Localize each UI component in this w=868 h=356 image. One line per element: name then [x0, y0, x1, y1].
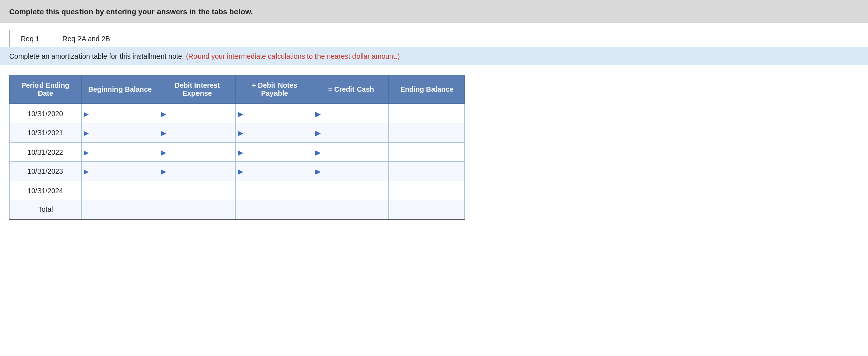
beginning-balance-cell-row5[interactable]	[82, 200, 159, 220]
beginning-balance-input-row5[interactable]	[82, 200, 159, 219]
debit-interest-cell-row2[interactable]: ▶	[159, 143, 236, 162]
credit-cash-cell-row3[interactable]: ▶	[313, 162, 389, 181]
debit-notes-cell-row5[interactable]	[236, 200, 313, 220]
credit-cash-cell-row4[interactable]	[313, 181, 389, 200]
ending-balance-cell-row0[interactable]	[389, 104, 465, 123]
ending-balance-input-row0[interactable]	[389, 104, 464, 123]
credit-cash-input-row4[interactable]	[313, 181, 389, 200]
table-header-row: Period Ending Date Beginning Balance Deb…	[10, 75, 465, 104]
debit-interest-cell-row4[interactable]	[159, 181, 236, 200]
debit-notes-input-row2[interactable]	[236, 143, 313, 161]
beginning-balance-cell-row0[interactable]: ▶	[82, 104, 159, 123]
header-period: Period Ending Date	[10, 75, 82, 104]
tab-req1[interactable]: Req 1	[9, 30, 51, 47]
ending-balance-cell-row1[interactable]	[389, 123, 465, 143]
direction-note: (Round your intermediate calculations to…	[186, 52, 400, 60]
ending-balance-cell-row4[interactable]	[389, 181, 465, 200]
table-row: 10/31/2020▶▶▶▶	[10, 104, 465, 123]
debit-notes-input-row3[interactable]	[236, 162, 313, 181]
ending-balance-input-row3[interactable]	[389, 162, 464, 181]
ending-balance-input-row2[interactable]	[389, 143, 464, 161]
debit-notes-input-row0[interactable]	[236, 104, 313, 123]
debit-notes-cell-row0[interactable]: ▶	[236, 104, 313, 123]
debit-notes-input-row4[interactable]	[236, 181, 313, 200]
debit-interest-cell-row5[interactable]	[159, 200, 236, 220]
table-row: Total	[10, 200, 465, 220]
direction-main: Complete an amortization table for this …	[9, 52, 184, 60]
credit-cash-input-row5[interactable]	[313, 200, 389, 219]
debit-notes-cell-row2[interactable]: ▶	[236, 143, 313, 162]
debit-notes-input-row1[interactable]	[236, 123, 313, 142]
header-debit-notes: + Debit Notes Payable	[236, 75, 313, 104]
debit-interest-input-row4[interactable]	[159, 181, 236, 200]
ending-balance-input-row5[interactable]	[389, 200, 464, 219]
tab-req2a2b[interactable]: Req 2A and 2B	[51, 30, 122, 47]
beginning-balance-cell-row2[interactable]: ▶	[82, 143, 159, 162]
total-label-cell: Total	[10, 200, 82, 220]
credit-cash-cell-row2[interactable]: ▶	[313, 143, 389, 162]
table-row: 10/31/2022▶▶▶▶	[10, 143, 465, 162]
amortization-table: Period Ending Date Beginning Balance Deb…	[9, 75, 465, 220]
debit-interest-cell-row3[interactable]: ▶	[159, 162, 236, 181]
beginning-balance-input-row4[interactable]	[82, 181, 159, 200]
beginning-balance-input-row2[interactable]	[82, 143, 159, 161]
date-cell-4: 10/31/2024	[10, 181, 82, 200]
beginning-balance-cell-row3[interactable]: ▶	[82, 162, 159, 181]
debit-interest-cell-row1[interactable]: ▶	[159, 123, 236, 143]
debit-interest-input-row0[interactable]	[159, 104, 236, 123]
header-ending: Ending Balance	[389, 75, 465, 104]
ending-balance-cell-row5[interactable]	[389, 200, 465, 220]
ending-balance-cell-row3[interactable]	[389, 162, 465, 181]
beginning-balance-cell-row1[interactable]: ▶	[82, 123, 159, 143]
instruction-text: Complete this question by entering your …	[9, 7, 253, 16]
credit-cash-input-row3[interactable]	[313, 162, 389, 181]
beginning-balance-input-row1[interactable]	[82, 123, 159, 142]
debit-notes-input-row5[interactable]	[236, 200, 313, 219]
header-debit-interest: Debit Interest Expense	[159, 75, 236, 104]
beginning-balance-input-row3[interactable]	[82, 162, 159, 181]
credit-cash-cell-row5[interactable]	[313, 200, 389, 220]
credit-cash-input-row2[interactable]	[313, 143, 389, 161]
credit-cash-cell-row0[interactable]: ▶	[313, 104, 389, 123]
header-credit-cash: = Credit Cash	[313, 75, 389, 104]
debit-interest-input-row1[interactable]	[159, 123, 236, 142]
ending-balance-cell-row2[interactable]	[389, 143, 465, 162]
credit-cash-input-row0[interactable]	[313, 104, 389, 123]
direction-text: Complete an amortization table for this …	[0, 47, 868, 65]
debit-notes-cell-row3[interactable]: ▶	[236, 162, 313, 181]
credit-cash-input-row1[interactable]	[313, 123, 389, 142]
ending-balance-input-row1[interactable]	[389, 123, 464, 142]
tabs-container: Req 1 Req 2A and 2B	[9, 30, 859, 47]
date-cell-2: 10/31/2022	[10, 143, 82, 162]
date-cell-3: 10/31/2023	[10, 162, 82, 181]
date-cell-1: 10/31/2021	[10, 123, 82, 143]
table-wrapper: Period Ending Date Beginning Balance Deb…	[9, 75, 859, 220]
ending-balance-input-row4[interactable]	[389, 181, 464, 200]
debit-interest-cell-row0[interactable]: ▶	[159, 104, 236, 123]
date-cell-0: 10/31/2020	[10, 104, 82, 123]
debit-interest-input-row5[interactable]	[159, 200, 236, 219]
debit-interest-input-row2[interactable]	[159, 143, 236, 161]
debit-interest-input-row3[interactable]	[159, 162, 236, 181]
table-row: 10/31/2021▶▶▶▶	[10, 123, 465, 143]
table-row: 10/31/2024	[10, 181, 465, 200]
debit-notes-cell-row1[interactable]: ▶	[236, 123, 313, 143]
table-row: 10/31/2023▶▶▶▶	[10, 162, 465, 181]
credit-cash-cell-row1[interactable]: ▶	[313, 123, 389, 143]
debit-notes-cell-row4[interactable]	[236, 181, 313, 200]
header-beginning: Beginning Balance	[82, 75, 159, 104]
beginning-balance-cell-row4[interactable]	[82, 181, 159, 200]
instruction-bar: Complete this question by entering your …	[0, 0, 868, 23]
beginning-balance-input-row0[interactable]	[82, 104, 159, 123]
